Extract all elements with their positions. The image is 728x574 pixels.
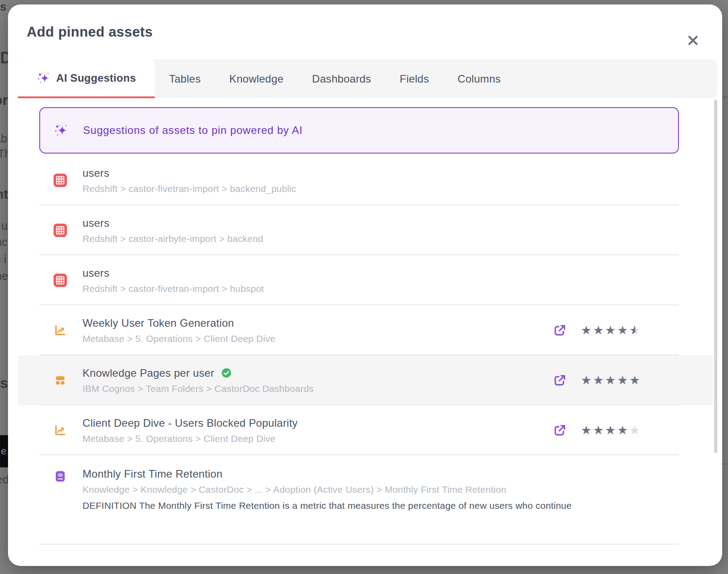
open-external-button[interactable] <box>553 324 567 337</box>
open-external-button[interactable] <box>553 374 567 387</box>
tab-label: Knowledge <box>229 73 283 85</box>
asset-breadcrumb: IBM Cognos > Team Folders > CastorDoc Da… <box>83 383 314 394</box>
table-icon <box>54 274 67 287</box>
backdrop-text-fragment: ed <box>0 474 9 485</box>
asset-title: users <box>83 267 109 279</box>
tab-label: Tables <box>169 73 201 85</box>
star-icon: ★ <box>593 374 604 387</box>
asset-row[interactable]: Client Deep Dive - Users Blocked Popular… <box>18 405 713 455</box>
star-icon: ★ <box>617 424 628 437</box>
external-link-icon <box>553 324 567 337</box>
scrollbar-thumb[interactable] <box>714 100 717 453</box>
backdrop-dark-bar: e <box>0 435 8 467</box>
dashboard-icon <box>54 374 67 387</box>
asset-list: Suggestions of assets to pin powered by … <box>8 98 722 566</box>
asset-title: users <box>83 167 109 179</box>
table-icon <box>54 174 67 187</box>
star-icon: ★ <box>581 374 592 387</box>
backdrop-text-fragment: s <box>0 376 8 390</box>
star-icon: ★ <box>629 374 640 387</box>
asset-row[interactable]: usersRedshift > castor-fivetran-import >… <box>18 255 713 305</box>
asset-breadcrumb: Redshift > castor-airbyte-import > backe… <box>83 233 263 244</box>
star-icon: ★ <box>581 324 592 337</box>
add-pinned-assets-modal: Add pinned assets AI SuggestionsTablesKn… <box>8 4 722 566</box>
close-icon <box>687 34 699 46</box>
backdrop-text-fragment: nt <box>0 187 8 201</box>
asset-row[interactable]: usersRedshift > castor-airbyte-import > … <box>18 205 713 255</box>
backdrop-text-fragment: n i <box>0 254 6 265</box>
backdrop-text-fragment: nc <box>0 237 7 248</box>
tab-fields[interactable]: Fields <box>385 59 443 98</box>
star-icon: ★ <box>593 424 604 437</box>
asset-breadcrumb: Redshift > castor-fivetran-import > hubs… <box>83 283 264 294</box>
backdrop-text-fragment: or <box>0 93 8 107</box>
star-rating: ★★★★★ <box>581 424 640 437</box>
backdrop-line <box>722 463 728 465</box>
open-external-button[interactable] <box>553 424 567 437</box>
asset-breadcrumb: Redshift > castor-fivetran-import > back… <box>83 183 296 194</box>
asset-breadcrumb: Knowledge > Knowledge > CastorDoc > ... … <box>83 484 572 495</box>
backdrop-text-fragment: s <box>0 1 6 12</box>
tab-bar: AI SuggestionsTablesKnowledgeDashboardsF… <box>18 59 717 98</box>
tab-label: Fields <box>400 73 429 85</box>
table-icon <box>54 224 67 237</box>
ai-sparkle-icon <box>54 123 68 137</box>
star-rating: ★★★★★★ <box>581 324 640 337</box>
asset-row[interactable]: Monthly First Time RetentionKnowledge > … <box>18 455 713 545</box>
banner-text: Suggestions of assets to pin powered by … <box>83 124 303 137</box>
tab-tables[interactable]: Tables <box>155 59 215 98</box>
star-icon: ★ <box>617 374 628 387</box>
tab-columns[interactable]: Columns <box>443 59 515 98</box>
ai-suggestions-banner: Suggestions of assets to pin powered by … <box>39 107 679 154</box>
star-icon: ★ <box>605 424 616 437</box>
backdrop-text-fragment: ab <box>0 133 7 144</box>
tab-dashboards[interactable]: Dashboards <box>298 59 385 98</box>
asset-title: Knowledge Pages per user <box>83 367 214 379</box>
star-icon: ★ <box>605 324 616 337</box>
knowledge-icon <box>54 470 67 483</box>
asset-title: Client Deep Dive - Users Blocked Popular… <box>83 417 298 429</box>
external-link-icon <box>553 424 567 437</box>
asset-title: Monthly First Time Retention <box>83 468 223 480</box>
close-button[interactable] <box>686 33 700 47</box>
asset-breadcrumb: Metabase > 5. Operations > Client Deep D… <box>83 433 298 444</box>
star-icon: ★ <box>617 324 628 337</box>
verified-check-icon <box>221 368 232 378</box>
star-icon: ★ <box>629 424 640 437</box>
tab-label: Dashboards <box>312 73 371 85</box>
modal-title: Add pinned assets <box>27 24 153 40</box>
asset-row[interactable]: usersRedshift > castor-fivetran-import >… <box>18 155 713 205</box>
asset-row[interactable]: Weekly User Token GenerationMetabase > 5… <box>18 305 713 355</box>
asset-breadcrumb: Metabase > 5. Operations > Client Deep D… <box>83 333 275 344</box>
asset-title: users <box>83 217 109 229</box>
asset-row[interactable]: Knowledge Pages per user IBM Cognos > Te… <box>18 355 713 405</box>
external-link-icon <box>553 374 567 387</box>
star-icon: ★★ <box>629 324 640 337</box>
star-rating: ★★★★★ <box>581 374 640 387</box>
backdrop-text-fragment: ne <box>0 270 8 282</box>
tab-ai-suggestions[interactable]: AI Suggestions <box>18 59 155 98</box>
star-icon: ★ <box>605 374 616 387</box>
tab-label: AI Suggestions <box>56 72 136 84</box>
backdrop-line <box>722 96 728 98</box>
chart-icon <box>54 424 67 437</box>
asset-title: Weekly User Token Generation <box>83 317 234 329</box>
star-icon: ★ <box>593 324 604 337</box>
star-icon: ★ <box>581 424 592 437</box>
asset-description: DEFINITION The Monthly First Time Retent… <box>83 500 572 511</box>
chart-icon <box>54 324 67 337</box>
tab-knowledge[interactable]: Knowledge <box>215 59 298 98</box>
tab-label: Columns <box>458 73 501 85</box>
ai-sparkle-icon <box>37 71 50 85</box>
backdrop-text-fragment: u <box>1 220 8 232</box>
